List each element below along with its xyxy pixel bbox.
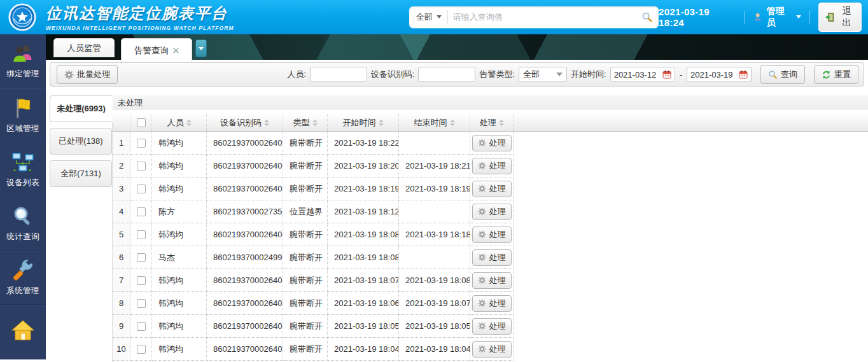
row-checkbox[interactable] [137,207,146,216]
batch-process-button[interactable]: 批量处理 [57,65,118,84]
search-icon[interactable] [641,11,653,23]
row-index: 2 [113,155,130,178]
cell-type: 腕带断开 [283,292,328,315]
sidebar-item-system[interactable]: 系统管理 [0,251,46,305]
reset-button[interactable]: 重置 [814,65,858,84]
alarm-type-label: 告警类型: [479,69,515,80]
app-window: 位讯达智能定位腕表平台 WEIXUNDA INTELLIGENT POSITIO… [0,0,868,362]
date-to-input[interactable]: 2021-03-19 [687,67,752,82]
exit-door-icon [825,12,835,22]
tab-label: 告警查询 [134,45,169,57]
column-header-end[interactable]: 结束时间 [399,114,470,131]
search-category-dropdown[interactable]: 全部 [409,10,448,24]
person-filter-input[interactable] [310,67,367,82]
row-process-button[interactable]: 处理 [472,341,512,358]
cell-start-time: 2021-03-19 18:06 [328,292,399,315]
row-checkbox[interactable] [137,345,146,354]
header-right-group: 2021-03-19 18:24 管理员 退出 [659,3,862,32]
tab-list-dropdown-button[interactable] [195,39,207,57]
row-checkbox[interactable] [137,230,146,239]
row-checkbox[interactable] [137,139,146,148]
alarm-type-select[interactable]: 全部 [519,67,567,82]
tab-alarm-query[interactable]: 告警查询 [121,38,192,62]
search-input[interactable] [448,12,641,22]
row-process-button[interactable]: 处理 [472,318,512,335]
row-filler-cell [514,292,868,315]
row-process-button[interactable]: 处理 [472,181,512,197]
filter-tab-all[interactable]: 全部(7131) [50,160,112,187]
row-checkbox[interactable] [137,322,146,331]
row-process-button[interactable]: 处理 [472,135,512,151]
cell-end-time: 2021-03-19 18:19 [399,178,470,200]
cell-type: 位置越界 [283,200,328,223]
filter-tab-unprocessed[interactable]: 未处理(6993) [50,95,113,122]
table-row: 8 韩鸿均 860219370002640 腕带断开 2021-03-19 18… [113,292,868,315]
row-process-label: 处理 [489,298,506,309]
query-button[interactable]: 查询 [760,65,805,84]
column-header-action[interactable]: 处理 [470,114,514,131]
cell-action: 处理 [470,200,514,223]
devices-network-icon [11,151,35,173]
cell-start-time: 2021-03-19 18:08 [328,223,399,246]
sidebar-item-region[interactable]: 区域管理 [0,88,46,143]
row-process-button[interactable]: 处理 [472,295,512,312]
row-process-label: 处理 [489,206,506,218]
gear-icon [478,345,486,353]
row-checkbox-cell [130,338,152,361]
column-header-type[interactable]: 类型 [283,114,328,131]
date-from-input[interactable]: 2021-03-12 [610,67,675,82]
row-checkbox[interactable] [137,184,146,193]
date-range-separator: - [680,70,682,80]
cell-type: 腕带断开 [283,246,328,269]
row-process-button[interactable]: 处理 [472,226,512,243]
column-header-start[interactable]: 开始时间 [328,114,399,131]
sidebar-item-home[interactable] [0,305,46,359]
row-process-button[interactable]: 处理 [472,204,512,220]
table-row: 4 陈方 860219370002735 位置越界 2021-03-19 18:… [113,200,868,223]
sidebar-item-label: 设备列表 [6,178,39,188]
row-checkbox-cell [130,292,152,315]
sidebar-item-label: 区域管理 [6,123,39,134]
sort-icon [264,120,269,126]
row-checkbox-cell [130,200,152,223]
filter-tab-processed[interactable]: 已处理(138) [50,128,112,155]
gear-icon [478,253,486,261]
select-all-checkbox-cell [130,114,152,131]
close-icon[interactable] [173,48,179,53]
column-header-device[interactable]: 设备识别码 [207,114,283,131]
sidebar-item-devices[interactable]: 设备列表 [0,143,46,197]
select-all-checkbox[interactable] [137,118,146,127]
cell-start-time: 2021-03-19 18:22 [328,132,399,155]
filter-tab-label: 已处理(138) [59,136,102,147]
row-index: 4 [113,200,130,223]
row-filler-cell [514,246,868,269]
device-filter-input[interactable] [418,67,475,82]
cell-person: 陈方 [152,200,207,223]
tab-personnel-monitor[interactable]: 人员监管 [53,38,115,57]
cell-end-time: 2021-03-19 18:07 [399,292,470,315]
row-process-label: 处理 [489,229,506,240]
row-process-label: 处理 [489,137,506,149]
row-index: 3 [113,178,130,200]
row-checkbox[interactable] [137,253,146,262]
user-menu[interactable]: 管理员 [753,6,801,29]
cell-type: 腕带断开 [283,132,328,155]
row-checkbox[interactable] [137,299,146,308]
row-process-button[interactable]: 处理 [472,249,512,266]
row-process-button[interactable]: 处理 [472,158,512,174]
row-process-button[interactable]: 处理 [472,272,512,289]
sidebar-item-binding[interactable]: 绑定管理 [0,34,46,88]
cell-start-time: 2021-03-19 18:20 [328,155,399,178]
tab-label: 人员监管 [67,43,101,54]
row-process-label: 处理 [489,160,506,172]
divider [809,11,810,24]
row-checkbox[interactable] [137,162,146,171]
toolbar: 批量处理 人员: 设备识别码: 告警类型: 全部 开始时间: [46,60,868,89]
logout-button[interactable]: 退出 [818,3,862,32]
cell-action: 处理 [470,338,514,361]
row-checkbox[interactable] [137,276,146,285]
sidebar-item-statistics[interactable]: 统计查询 [0,197,46,251]
row-checkbox-cell [130,223,152,246]
gear-icon [478,162,486,170]
column-header-person[interactable]: 人员 [152,114,207,131]
